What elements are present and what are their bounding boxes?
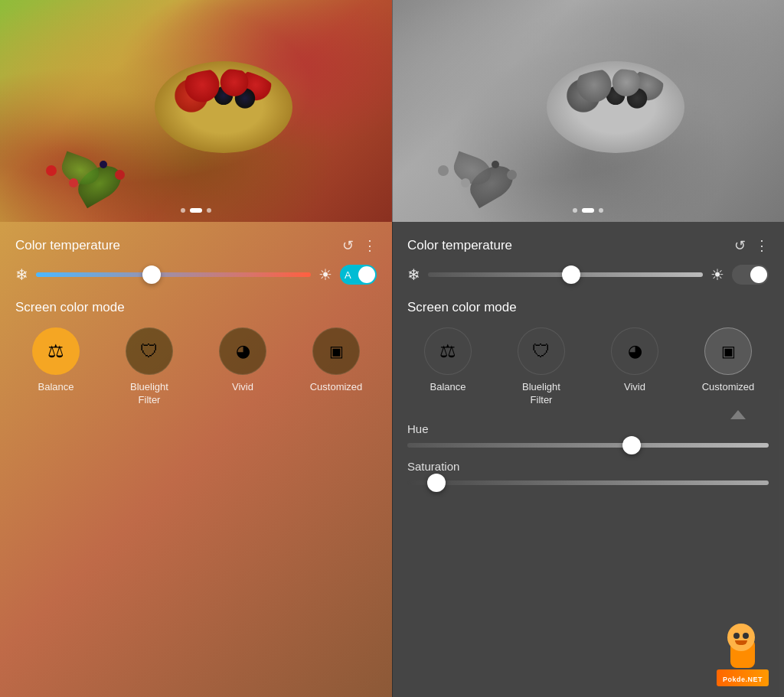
balance-circle-right: ⚖ xyxy=(424,327,472,375)
mode-btn-balance-left[interactable]: ⚖ Balance xyxy=(15,327,96,394)
color-temp-header-left: Color temperature xyxy=(15,237,377,254)
right-half: Color temperature ❄ ☀ 🌡 Screen color mo xyxy=(392,0,784,697)
dot xyxy=(181,208,185,213)
watermark-badge: Pokde.NET xyxy=(717,669,769,686)
auto-toggle-right[interactable]: 🌡 xyxy=(732,265,769,285)
color-temp-actions-left xyxy=(342,237,377,254)
left-control-panel: Color temperature ❄ ☀ A Screen color mod xyxy=(0,222,392,697)
fruit-bowl-left xyxy=(155,61,292,153)
balance-label-left: Balance xyxy=(38,381,74,394)
snowflake-icon-left: ❄ xyxy=(15,265,28,284)
more-icon-left[interactable] xyxy=(363,237,377,254)
customized-label-right: Customized xyxy=(702,381,755,394)
vivid-label-right: Vivid xyxy=(624,381,645,394)
right-photo xyxy=(392,0,784,222)
temp-slider-thumb-right[interactable] xyxy=(562,265,580,284)
hue-label: Hue xyxy=(407,422,769,435)
temp-slider-thumb-left[interactable] xyxy=(142,265,161,284)
left-photo xyxy=(0,0,392,222)
thermometer-icon: 🌡 xyxy=(754,269,764,281)
customized-arrow-up xyxy=(730,410,746,419)
bluelight-icon-right: 🛡 xyxy=(532,340,550,362)
dot xyxy=(573,208,577,213)
snowflake-icon-right: ❄ xyxy=(407,265,420,284)
photo-dots-right xyxy=(573,208,603,213)
temp-slider-row-right: ❄ ☀ 🌡 xyxy=(407,265,769,285)
vivid-label-left: Vivid xyxy=(232,381,253,394)
vivid-icon-left: ◕ xyxy=(236,341,250,361)
customized-circle-right: ▣ xyxy=(704,327,752,375)
balance-circle-left: ⚖ xyxy=(32,327,80,375)
refresh-icon-left[interactable] xyxy=(342,237,354,254)
bluelight-label-left: BluelightFilter xyxy=(130,381,168,407)
color-temp-title-right: Color temperature xyxy=(407,238,512,253)
mode-buttons-left: ⚖ Balance 🛡 BluelightFilter ◕ Vivid xyxy=(15,327,377,407)
hue-slider-track[interactable] xyxy=(407,443,769,448)
dot-active xyxy=(582,208,594,213)
bluelight-label-right: BluelightFilter xyxy=(522,381,560,407)
auto-toggle-left[interactable]: A xyxy=(340,265,377,285)
color-temp-header-right: Color temperature xyxy=(407,237,769,254)
mode-btn-balance-right[interactable]: ⚖ Balance xyxy=(407,327,488,394)
page-wrapper: Color temperature ❄ ☀ A Screen color mod xyxy=(0,0,784,697)
mode-btn-customized-right[interactable]: ▣ Customized xyxy=(688,327,769,394)
right-control-panel: Color temperature ❄ ☀ 🌡 Screen color mo xyxy=(392,222,784,697)
toggle-icon-left: A xyxy=(345,269,351,281)
customized-label-left: Customized xyxy=(310,381,363,394)
screen-color-mode-title-left: Screen color mode xyxy=(15,300,377,315)
customized-icon-left: ▣ xyxy=(329,342,344,360)
vivid-circle-left: ◕ xyxy=(219,327,266,375)
saturation-label: Saturation xyxy=(407,460,769,473)
temp-slider-row-left: ❄ ☀ A xyxy=(15,265,377,285)
balance-icon-left: ⚖ xyxy=(47,340,64,362)
mode-btn-customized-left[interactable]: ▣ Customized xyxy=(296,327,377,394)
vivid-circle-right: ◕ xyxy=(611,327,658,375)
fruit-bowl-right xyxy=(547,61,684,153)
hue-section: Hue Saturation xyxy=(407,422,769,485)
bluelight-circle-left: 🛡 xyxy=(126,327,173,375)
pokde-mascot xyxy=(724,624,761,668)
left-half: Color temperature ❄ ☀ A Screen color mod xyxy=(0,0,392,697)
sun-icon-right: ☀ xyxy=(710,265,724,284)
vivid-icon-right: ◕ xyxy=(628,341,642,361)
saturation-slider-track[interactable] xyxy=(407,480,769,485)
toggle-knob-left xyxy=(358,266,375,283)
mode-buttons-right: ⚖ Balance 🛡 BluelightFilter ◕ Vivid xyxy=(407,327,769,407)
color-temp-title-left: Color temperature xyxy=(15,238,120,253)
dot xyxy=(207,208,211,213)
center-divider xyxy=(392,0,393,697)
screen-color-mode-title-right: Screen color mode xyxy=(407,300,769,315)
watermark-text: Pokde.NET xyxy=(723,676,763,683)
mode-btn-vivid-right[interactable]: ◕ Vivid xyxy=(594,327,675,394)
mode-btn-bluelight-right[interactable]: 🛡 BluelightFilter xyxy=(501,327,582,407)
sun-icon-left: ☀ xyxy=(318,265,332,284)
watermark: Pokde.NET xyxy=(717,624,769,686)
customized-circle-left: ▣ xyxy=(312,327,360,375)
bluelight-circle-right: 🛡 xyxy=(518,327,565,375)
temp-slider-track-right[interactable] xyxy=(428,272,703,277)
mode-btn-vivid-left[interactable]: ◕ Vivid xyxy=(202,327,283,394)
mode-btn-bluelight-left[interactable]: 🛡 BluelightFilter xyxy=(109,327,190,407)
bluelight-icon-left: 🛡 xyxy=(140,340,158,362)
photo-dots-left xyxy=(181,208,211,213)
refresh-icon-right[interactable] xyxy=(734,237,746,254)
balance-icon-right: ⚖ xyxy=(439,340,456,362)
dot-active xyxy=(190,208,202,213)
color-temp-actions-right xyxy=(734,237,769,254)
more-icon-right[interactable] xyxy=(755,237,769,254)
balance-label-right: Balance xyxy=(430,381,466,394)
temp-slider-track-left[interactable] xyxy=(36,272,311,277)
hue-slider-thumb[interactable] xyxy=(622,436,641,454)
watermark-container: Pokde.NET xyxy=(717,624,769,686)
customized-icon-right: ▣ xyxy=(721,342,736,360)
dot xyxy=(599,208,603,213)
saturation-slider-thumb[interactable] xyxy=(427,474,446,492)
